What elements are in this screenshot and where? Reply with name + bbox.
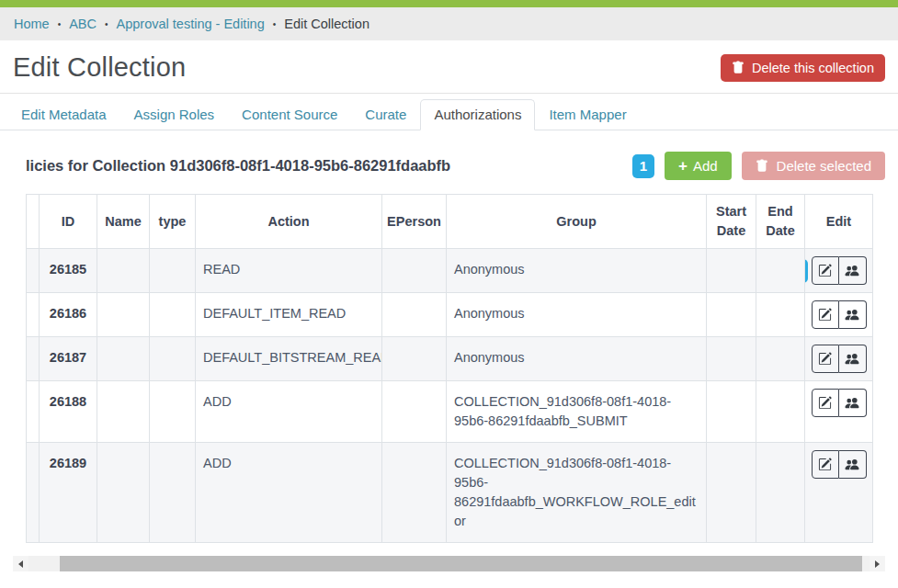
policy-type	[150, 249, 196, 293]
policy-type	[150, 337, 196, 381]
edit-group-button[interactable]	[839, 389, 867, 417]
policy-group: Anonymous	[447, 249, 707, 293]
delete-collection-button[interactable]: Delete this collection	[721, 54, 885, 82]
column-header-action: Action	[196, 195, 382, 249]
select-cell	[27, 293, 40, 337]
edit-group-button[interactable]	[839, 345, 867, 373]
column-header-group: Group	[447, 195, 707, 249]
policy-eperson	[382, 337, 447, 381]
policy-name	[97, 249, 150, 293]
delete-collection-label: Delete this collection	[752, 61, 874, 75]
toolbar-actions: 1 + Add Delete selected	[632, 152, 885, 180]
policy-eperson	[382, 293, 447, 337]
policy-edit-button-group	[812, 345, 867, 373]
tab-content-source[interactable]: Content Source	[228, 99, 351, 130]
column-header-id: ID	[40, 195, 97, 249]
plus-icon: +	[678, 158, 688, 174]
breadcrumb-item-abc[interactable]: ABC	[69, 17, 97, 31]
tab-curate[interactable]: Curate	[351, 99, 420, 130]
policy-end-date	[756, 443, 805, 543]
policy-edit-cell: 2	[805, 249, 873, 293]
policy-type	[150, 293, 196, 337]
breadcrumb-item-edit-collection: Edit Collection	[284, 17, 369, 31]
scroll-right-button[interactable]	[870, 556, 885, 571]
tab-item-mapper[interactable]: Item Mapper	[535, 99, 640, 130]
policy-name	[97, 443, 150, 543]
policy-edit-cell	[805, 381, 873, 443]
horizontal-scrollbar[interactable]	[13, 556, 885, 571]
tab-authorizations[interactable]: Authorizations	[420, 99, 535, 130]
breadcrumb-item-approval-testing-editing[interactable]: Approval testing - Editing	[117, 17, 265, 31]
page-header: Edit Collection Delete this collection	[0, 40, 898, 83]
tab-bar: Edit MetadataAssign RolesContent SourceC…	[0, 94, 898, 130]
policy-type	[150, 381, 196, 443]
policy-start-date	[707, 381, 756, 443]
edit-policy-button[interactable]	[812, 389, 839, 417]
add-policy-label: Add	[693, 158, 718, 174]
column-header-edit: Edit	[805, 195, 873, 249]
policy-name	[97, 293, 150, 337]
policy-row: 26187 DEFAULT_BITSTREAM_READ Anonymous	[27, 337, 873, 381]
scroll-left-arrow-icon	[18, 560, 23, 568]
policy-action: ADD	[196, 443, 382, 543]
policy-edit-button-group	[812, 450, 867, 479]
policy-edit-cell	[805, 293, 873, 337]
top-accent-bar	[0, 0, 898, 7]
select-column-header	[27, 195, 40, 249]
column-header-type: type	[150, 195, 196, 249]
tab-assign-roles[interactable]: Assign Roles	[120, 99, 229, 130]
column-header-end-date: End Date	[756, 195, 805, 249]
policy-row: 26186 DEFAULT_ITEM_READ Anonymous	[27, 293, 873, 337]
breadcrumb-separator: •	[273, 19, 277, 29]
column-header-start-date: Start Date	[707, 195, 756, 249]
policy-start-date	[707, 443, 756, 543]
breadcrumb-separator: •	[58, 19, 62, 29]
edit-policy-button[interactable]	[812, 256, 839, 285]
select-cell	[27, 443, 40, 543]
scrollbar-thumb[interactable]	[60, 556, 862, 571]
policy-end-date	[756, 381, 805, 443]
edit-group-button[interactable]	[839, 450, 867, 479]
policy-eperson	[382, 381, 447, 443]
policy-id: 26188	[40, 381, 97, 443]
policy-group: COLLECTION_91d306f8-08f1-4018-95b6-86291…	[447, 381, 707, 443]
policy-action: DEFAULT_ITEM_READ	[196, 293, 382, 337]
policy-edit-button-group	[812, 300, 867, 329]
trash-icon	[732, 61, 745, 74]
edit-policy-button[interactable]	[812, 345, 839, 373]
page-title: Edit Collection	[13, 52, 186, 83]
edit-group-button[interactable]	[839, 256, 867, 285]
policy-name	[97, 337, 150, 381]
marker-1-badge: 1	[632, 154, 654, 178]
policy-id: 26186	[40, 293, 97, 337]
policy-eperson	[382, 443, 447, 543]
policies-table-header-row: IDNametypeActionEPersonGroupStart DateEn…	[27, 195, 873, 249]
policy-row: 26188 ADD COLLECTION_91d306f8-08f1-4018-…	[27, 381, 873, 443]
delete-selected-button[interactable]: Delete selected	[742, 152, 885, 180]
scrollbar-track[interactable]	[28, 556, 870, 571]
edit-group-button[interactable]	[839, 300, 867, 329]
breadcrumb-item-home[interactable]: Home	[14, 17, 50, 31]
scroll-left-button[interactable]	[13, 556, 28, 571]
select-cell	[27, 381, 40, 443]
add-policy-button[interactable]: + Add	[665, 152, 732, 180]
edit-policy-button[interactable]	[812, 300, 839, 329]
policy-eperson	[382, 249, 447, 293]
policy-id: 26185	[40, 249, 97, 293]
policy-row: 26189 ADD COLLECTION_91d306f8-08f1-4018-…	[27, 443, 873, 543]
policy-group: Anonymous	[447, 293, 707, 337]
policy-group: COLLECTION_91d306f8-08f1-4018-95b6-86291…	[447, 443, 707, 543]
policy-end-date	[756, 337, 805, 381]
edit-policy-button[interactable]	[812, 450, 839, 479]
policy-end-date	[756, 293, 805, 337]
trash-icon	[756, 159, 768, 173]
policies-table-body: 26185 READ Anonymous 2 26186 DEFAULT_ITE…	[27, 249, 873, 543]
tab-edit-metadata[interactable]: Edit Metadata	[7, 99, 120, 130]
policy-action: ADD	[196, 381, 382, 443]
breadcrumb-separator: •	[105, 19, 108, 29]
policy-end-date	[756, 249, 805, 293]
select-cell	[27, 249, 40, 293]
policy-start-date	[707, 337, 756, 381]
marker-2-badge: 2	[805, 259, 809, 283]
policy-action: READ	[196, 249, 382, 293]
